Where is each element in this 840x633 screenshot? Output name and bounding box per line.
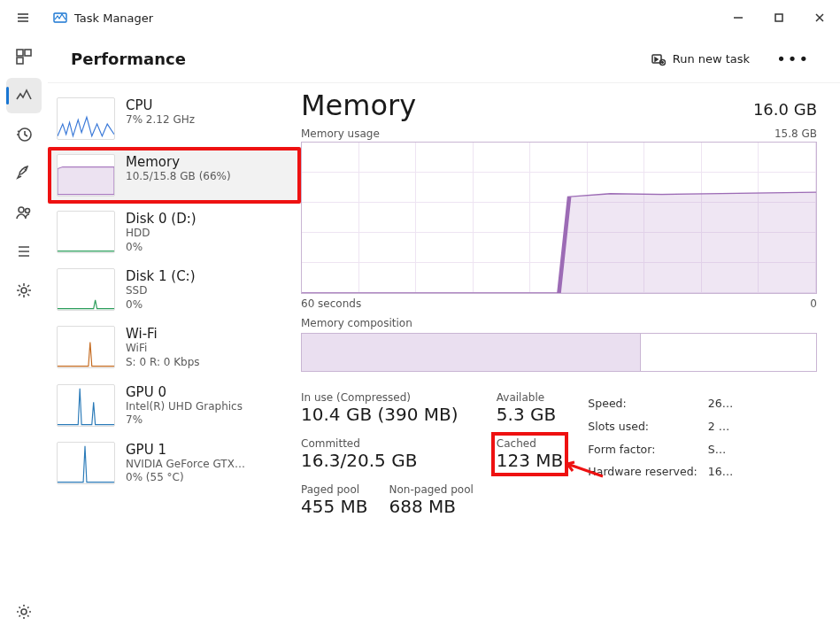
performance-icon [15,87,33,104]
window-controls [718,0,840,35]
stat-label: Paged pool [301,483,368,496]
minimize-icon [731,11,745,25]
stats-grid: In use (Compressed) 10.4 GB (390 MB) Com… [301,391,817,517]
resource-sub: NVIDIA GeForce GTX… [126,458,245,472]
svg-rect-2 [17,50,23,56]
resource-name: GPU 0 [126,384,243,400]
resource-item-gpu1[interactable]: GPU 1 NVIDIA GeForce GTX… 0% (55 °C) [48,435,301,492]
stat-label: Cached [497,437,564,450]
composition-in-use [302,334,641,371]
kv-value: S… [708,439,733,460]
detail-capacity: 16.0 GB [753,100,817,119]
stat-nonpaged: Non-paged pool 688 MB [389,483,474,517]
resource-item-memory[interactable]: Memory 10.5/15.8 GB (66%) [48,147,301,204]
stat-value: 123 MB [497,450,564,471]
memory-usage-plot [302,143,816,293]
close-button[interactable] [799,0,840,35]
run-task-icon [651,52,666,66]
nav-details[interactable] [6,234,42,269]
resource-sub: 10.5/15.8 GB (66%) [126,170,231,184]
resource-item-disk0[interactable]: Disk 0 (D:) HDD 0% [48,204,301,261]
stat-value: 10.4 GB (390 MB) [301,404,474,425]
resource-sub: SSD [126,284,196,298]
close-icon [813,11,827,25]
svg-point-7 [26,209,30,213]
history-icon [15,126,33,143]
svg-rect-3 [25,50,31,56]
kv-label: Hardware reserved: [588,461,705,482]
detail-title: Memory [301,89,416,122]
run-new-task-button[interactable]: Run new task [644,47,757,72]
kv-value: 16… [708,461,733,482]
app-title: Task Manager [74,12,153,25]
memory-usage-chart[interactable] [301,142,817,294]
nav-users[interactable] [6,195,42,230]
stat-in-use: In use (Compressed) 10.4 GB (390 MB) [301,391,474,425]
minimize-button[interactable] [718,0,759,35]
annotation-arrow [562,460,605,478]
stat-committed: Committed 16.3/20.5 GB [301,437,474,471]
nav-services[interactable] [6,273,42,308]
svg-point-9 [21,609,27,614]
resource-sub2: 0% [126,298,196,313]
gear-icon [15,603,33,621]
memory-composition-chart[interactable] [301,333,817,372]
maximize-button[interactable] [759,0,799,35]
resource-item-gpu0[interactable]: GPU 0 Intel(R) UHD Graphics 7% [48,377,301,435]
stat-key-values: Speed:26… Slots used:2 … Form factor:S… … [586,391,735,517]
stat-label: In use (Compressed) [301,391,474,404]
maximize-icon [772,11,786,25]
kv-value: 26… [708,393,733,414]
memory-thumb [57,154,115,197]
resource-name: Wi-Fi [126,326,200,342]
stat-label: Available [497,391,564,404]
stat-available: Available 5.3 GB [497,391,564,425]
stat-value: 5.3 GB [497,404,564,425]
nav-settings[interactable] [6,594,42,629]
more-button[interactable]: ••• [769,46,817,72]
resource-item-cpu[interactable]: CPU 7% 2.12 GHz [48,90,301,147]
services-icon [15,282,33,299]
nav-processes[interactable] [6,39,42,74]
resource-sub: WiFi [126,342,200,356]
hamburger-menu-button[interactable] [12,7,34,28]
nav-app-history[interactable] [6,117,42,152]
page-title: Performance [71,50,186,68]
detail-pane: Memory 16.0 GB Memory usage 15.8 GB 60 s… [301,83,840,633]
x-axis-left: 60 seconds [301,297,361,310]
nav-performance[interactable] [6,78,42,113]
gpu0-thumb [57,384,115,427]
resource-sub: 7% 2.12 GHz [126,113,195,127]
nav-startup-apps[interactable] [6,156,42,191]
run-new-task-label: Run new task [673,52,750,66]
svg-rect-4 [17,58,23,64]
stat-label: Committed [301,437,474,450]
gpu1-thumb [57,442,115,484]
kv-label: Form factor: [588,439,705,460]
svg-rect-1 [775,14,782,21]
cpu-thumb [57,97,115,140]
title-bar: Task Manager [0,0,840,35]
kv-label: Speed: [588,393,705,414]
usage-chart-cap: 15.8 GB [774,127,817,140]
ellipsis-icon: ••• [776,50,810,68]
resource-item-disk1[interactable]: Disk 1 (C:) SSD 0% [48,261,301,319]
stat-paged: Paged pool 455 MB [301,483,368,517]
composition-label: Memory composition [301,317,817,329]
kv-value: 2 … [708,416,733,437]
resource-sub2: 0% (55 °C) [126,471,245,485]
resource-sub: HDD [126,227,197,241]
usage-chart-label: Memory usage [301,127,380,140]
resource-sub2: 7% [126,413,243,428]
resource-name: Disk 1 (C:) [126,268,196,284]
resource-item-wifi[interactable]: Wi-Fi WiFi S: 0 R: 0 Kbps [48,319,301,376]
resource-list: CPU 7% 2.12 GHz Memory 10.5/15.8 GB (66%… [48,83,301,633]
stat-value: 16.3/20.5 GB [301,450,474,471]
wifi-thumb [57,326,115,368]
resource-sub2: S: 0 R: 0 Kbps [126,356,200,370]
resource-name: CPU [126,97,195,113]
users-icon [15,204,33,221]
hamburger-icon [16,11,30,25]
svg-point-8 [21,288,27,293]
resource-sub2: 0% [126,241,197,255]
